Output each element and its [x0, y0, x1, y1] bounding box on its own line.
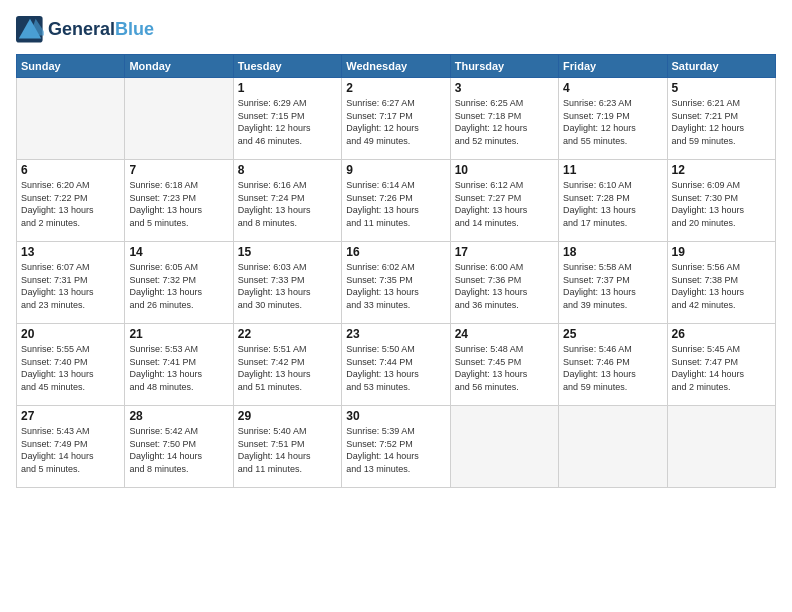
- day-number: 26: [672, 327, 771, 341]
- day-number: 24: [455, 327, 554, 341]
- calendar-week-row: 1Sunrise: 6:29 AM Sunset: 7:15 PM Daylig…: [17, 78, 776, 160]
- day-number: 8: [238, 163, 337, 177]
- day-number: 7: [129, 163, 228, 177]
- calendar-cell: 5Sunrise: 6:21 AM Sunset: 7:21 PM Daylig…: [667, 78, 775, 160]
- calendar-cell: 21Sunrise: 5:53 AM Sunset: 7:41 PM Dayli…: [125, 324, 233, 406]
- day-content: Sunrise: 5:51 AM Sunset: 7:42 PM Dayligh…: [238, 343, 337, 393]
- calendar-week-row: 6Sunrise: 6:20 AM Sunset: 7:22 PM Daylig…: [17, 160, 776, 242]
- calendar-cell: 24Sunrise: 5:48 AM Sunset: 7:45 PM Dayli…: [450, 324, 558, 406]
- day-number: 9: [346, 163, 445, 177]
- weekday-header: Sunday: [17, 55, 125, 78]
- day-number: 21: [129, 327, 228, 341]
- day-content: Sunrise: 5:53 AM Sunset: 7:41 PM Dayligh…: [129, 343, 228, 393]
- day-content: Sunrise: 5:43 AM Sunset: 7:49 PM Dayligh…: [21, 425, 120, 475]
- day-content: Sunrise: 5:48 AM Sunset: 7:45 PM Dayligh…: [455, 343, 554, 393]
- day-content: Sunrise: 5:55 AM Sunset: 7:40 PM Dayligh…: [21, 343, 120, 393]
- calendar-cell: [125, 78, 233, 160]
- calendar-cell: 7Sunrise: 6:18 AM Sunset: 7:23 PM Daylig…: [125, 160, 233, 242]
- calendar-cell: 25Sunrise: 5:46 AM Sunset: 7:46 PM Dayli…: [559, 324, 667, 406]
- calendar-cell: [559, 406, 667, 488]
- calendar-week-row: 20Sunrise: 5:55 AM Sunset: 7:40 PM Dayli…: [17, 324, 776, 406]
- day-content: Sunrise: 6:27 AM Sunset: 7:17 PM Dayligh…: [346, 97, 445, 147]
- calendar-cell: 11Sunrise: 6:10 AM Sunset: 7:28 PM Dayli…: [559, 160, 667, 242]
- weekday-header: Friday: [559, 55, 667, 78]
- day-number: 22: [238, 327, 337, 341]
- day-number: 2: [346, 81, 445, 95]
- calendar-cell: 26Sunrise: 5:45 AM Sunset: 7:47 PM Dayli…: [667, 324, 775, 406]
- day-content: Sunrise: 6:00 AM Sunset: 7:36 PM Dayligh…: [455, 261, 554, 311]
- day-content: Sunrise: 6:10 AM Sunset: 7:28 PM Dayligh…: [563, 179, 662, 229]
- day-content: Sunrise: 6:29 AM Sunset: 7:15 PM Dayligh…: [238, 97, 337, 147]
- calendar-cell: [17, 78, 125, 160]
- calendar-cell: 12Sunrise: 6:09 AM Sunset: 7:30 PM Dayli…: [667, 160, 775, 242]
- day-number: 23: [346, 327, 445, 341]
- calendar-cell: 19Sunrise: 5:56 AM Sunset: 7:38 PM Dayli…: [667, 242, 775, 324]
- day-content: Sunrise: 6:02 AM Sunset: 7:35 PM Dayligh…: [346, 261, 445, 311]
- calendar-cell: 2Sunrise: 6:27 AM Sunset: 7:17 PM Daylig…: [342, 78, 450, 160]
- calendar-cell: [667, 406, 775, 488]
- calendar-cell: 13Sunrise: 6:07 AM Sunset: 7:31 PM Dayli…: [17, 242, 125, 324]
- day-content: Sunrise: 5:39 AM Sunset: 7:52 PM Dayligh…: [346, 425, 445, 475]
- day-content: Sunrise: 6:20 AM Sunset: 7:22 PM Dayligh…: [21, 179, 120, 229]
- calendar-cell: 23Sunrise: 5:50 AM Sunset: 7:44 PM Dayli…: [342, 324, 450, 406]
- calendar-cell: 17Sunrise: 6:00 AM Sunset: 7:36 PM Dayli…: [450, 242, 558, 324]
- calendar-cell: [450, 406, 558, 488]
- weekday-header: Saturday: [667, 55, 775, 78]
- day-number: 13: [21, 245, 120, 259]
- weekday-header: Thursday: [450, 55, 558, 78]
- calendar-cell: 8Sunrise: 6:16 AM Sunset: 7:24 PM Daylig…: [233, 160, 341, 242]
- calendar-cell: 20Sunrise: 5:55 AM Sunset: 7:40 PM Dayli…: [17, 324, 125, 406]
- day-number: 19: [672, 245, 771, 259]
- calendar-cell: 30Sunrise: 5:39 AM Sunset: 7:52 PM Dayli…: [342, 406, 450, 488]
- calendar-cell: 1Sunrise: 6:29 AM Sunset: 7:15 PM Daylig…: [233, 78, 341, 160]
- logo-text: GeneralBlue: [48, 20, 154, 40]
- day-number: 12: [672, 163, 771, 177]
- logo-icon: [16, 16, 44, 44]
- day-number: 28: [129, 409, 228, 423]
- day-number: 18: [563, 245, 662, 259]
- calendar-cell: 29Sunrise: 5:40 AM Sunset: 7:51 PM Dayli…: [233, 406, 341, 488]
- weekday-header: Wednesday: [342, 55, 450, 78]
- day-number: 30: [346, 409, 445, 423]
- calendar-cell: 27Sunrise: 5:43 AM Sunset: 7:49 PM Dayli…: [17, 406, 125, 488]
- day-content: Sunrise: 6:12 AM Sunset: 7:27 PM Dayligh…: [455, 179, 554, 229]
- day-content: Sunrise: 6:05 AM Sunset: 7:32 PM Dayligh…: [129, 261, 228, 311]
- calendar-cell: 16Sunrise: 6:02 AM Sunset: 7:35 PM Dayli…: [342, 242, 450, 324]
- day-number: 20: [21, 327, 120, 341]
- day-number: 5: [672, 81, 771, 95]
- calendar-cell: 14Sunrise: 6:05 AM Sunset: 7:32 PM Dayli…: [125, 242, 233, 324]
- day-content: Sunrise: 5:45 AM Sunset: 7:47 PM Dayligh…: [672, 343, 771, 393]
- day-content: Sunrise: 6:03 AM Sunset: 7:33 PM Dayligh…: [238, 261, 337, 311]
- day-content: Sunrise: 6:25 AM Sunset: 7:18 PM Dayligh…: [455, 97, 554, 147]
- day-content: Sunrise: 5:46 AM Sunset: 7:46 PM Dayligh…: [563, 343, 662, 393]
- day-content: Sunrise: 6:07 AM Sunset: 7:31 PM Dayligh…: [21, 261, 120, 311]
- calendar-cell: 28Sunrise: 5:42 AM Sunset: 7:50 PM Dayli…: [125, 406, 233, 488]
- day-number: 11: [563, 163, 662, 177]
- header: GeneralBlue: [16, 16, 776, 44]
- day-number: 17: [455, 245, 554, 259]
- day-content: Sunrise: 5:56 AM Sunset: 7:38 PM Dayligh…: [672, 261, 771, 311]
- calendar-week-row: 27Sunrise: 5:43 AM Sunset: 7:49 PM Dayli…: [17, 406, 776, 488]
- weekday-header: Tuesday: [233, 55, 341, 78]
- calendar-cell: 15Sunrise: 6:03 AM Sunset: 7:33 PM Dayli…: [233, 242, 341, 324]
- calendar: SundayMondayTuesdayWednesdayThursdayFrid…: [16, 54, 776, 488]
- day-content: Sunrise: 5:50 AM Sunset: 7:44 PM Dayligh…: [346, 343, 445, 393]
- weekday-header: Monday: [125, 55, 233, 78]
- day-number: 29: [238, 409, 337, 423]
- day-number: 10: [455, 163, 554, 177]
- calendar-cell: 6Sunrise: 6:20 AM Sunset: 7:22 PM Daylig…: [17, 160, 125, 242]
- day-number: 16: [346, 245, 445, 259]
- day-number: 3: [455, 81, 554, 95]
- page: GeneralBlue SundayMondayTuesdayWednesday…: [0, 0, 792, 612]
- day-number: 4: [563, 81, 662, 95]
- day-content: Sunrise: 6:14 AM Sunset: 7:26 PM Dayligh…: [346, 179, 445, 229]
- calendar-cell: 18Sunrise: 5:58 AM Sunset: 7:37 PM Dayli…: [559, 242, 667, 324]
- calendar-cell: 3Sunrise: 6:25 AM Sunset: 7:18 PM Daylig…: [450, 78, 558, 160]
- day-content: Sunrise: 6:23 AM Sunset: 7:19 PM Dayligh…: [563, 97, 662, 147]
- day-number: 27: [21, 409, 120, 423]
- logo: GeneralBlue: [16, 16, 154, 44]
- day-content: Sunrise: 5:40 AM Sunset: 7:51 PM Dayligh…: [238, 425, 337, 475]
- day-number: 25: [563, 327, 662, 341]
- day-number: 1: [238, 81, 337, 95]
- day-content: Sunrise: 6:21 AM Sunset: 7:21 PM Dayligh…: [672, 97, 771, 147]
